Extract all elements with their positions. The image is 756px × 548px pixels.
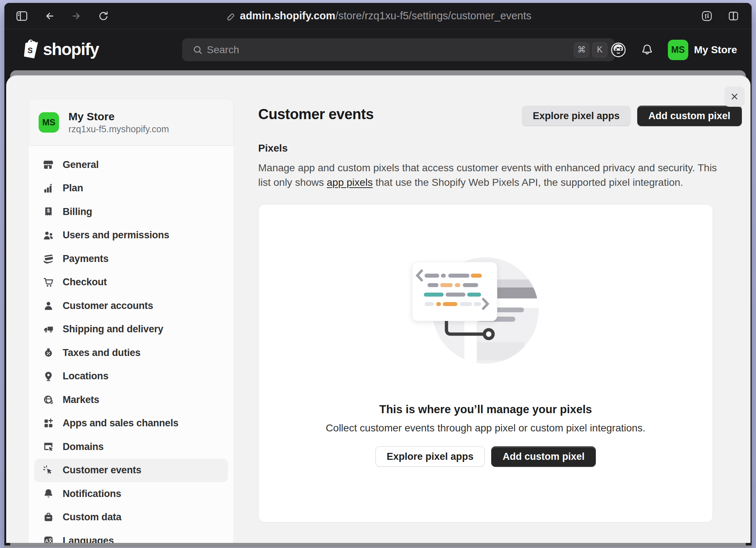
shopify-topbar: S shopify Search ⌘ K MS My Store [4,29,752,70]
settings-nav: General Plan $ Billing Users and [29,146,233,543]
sidebar-item-locations[interactable]: Locations [34,365,228,388]
browser-window: admin.shopify.com/store/rzq1xu-f5/settin… [4,3,752,545]
empty-add-custom-pixel-button[interactable]: Add custom pixel [491,446,596,467]
sidebar-item-customer-events[interactable]: Customer events [34,459,228,482]
sidebar-store-card: MS My Store rzq1xu-f5.myshopify.com [29,99,233,146]
split-view-icon[interactable] [728,10,739,22]
bell-icon [43,488,54,499]
data-icon [43,512,54,523]
sidebar-item-shipping-and-delivery[interactable]: Shipping and delivery [34,318,228,341]
page-title: Customer events [258,106,374,122]
pixels-illustration [391,248,580,387]
pixels-section-title: Pixels [258,142,288,154]
sidebar-item-markets[interactable]: $ Markets [34,388,228,412]
address-bar[interactable]: admin.shopify.com/store/rzq1xu-f5/settin… [225,3,531,29]
apps-icon [43,418,54,429]
sidebar-item-taxes-and-duties[interactable]: Taxes and duties [34,341,228,365]
sidebar-item-notifications[interactable]: Notifications [34,482,228,506]
search-placeholder: Search [207,44,571,56]
empty-state-subtitle: Collect customer events through app pixe… [259,422,713,434]
svg-text:$: $ [47,208,50,214]
back-icon[interactable] [44,10,55,22]
shopify-logo[interactable]: S shopify [20,39,99,60]
notifications-bell-icon[interactable] [640,43,654,57]
desktop: admin.shopify.com/store/rzq1xu-f5/settin… [0,0,756,548]
sidebar-item-label: Markets [63,394,99,406]
sidebar-item-customer-accounts[interactable]: Customer accounts [34,294,228,318]
sidebar-item-label: Apps and sales channels [63,418,178,429]
plan-icon [43,183,54,194]
sidebar-store-name: My Store [68,110,169,123]
sidebar-item-general[interactable]: General [34,153,228,177]
account-store-name: My Store [694,44,737,56]
sidebar-item-label: Taxes and duties [63,347,141,359]
sidebar-toggle-icon[interactable] [15,9,28,23]
cart-icon [43,277,54,288]
sidebar-item-plan[interactable]: Plan [34,177,228,200]
search-icon [192,44,203,55]
sidebar-item-label: Customer accounts [63,300,153,312]
sidebar-item-apps-and-sales-channels[interactable]: Apps and sales channels [34,412,228,435]
shopify-bag-icon: S [20,39,39,60]
globe-icon: $ [43,394,54,405]
window-bottom-edge [4,545,752,548]
kbd-k: K [592,42,607,58]
close-icon [729,91,740,102]
sidebar-item-custom-data[interactable]: Custom data [34,506,228,529]
sidebar-item-label: Checkout [63,277,107,288]
store-avatar: MS [668,40,688,60]
sidebar-item-users-and-permissions[interactable]: Users and permissions [34,224,228,247]
events-icon [43,465,54,476]
sidebar-item-billing[interactable]: $ Billing [34,200,228,224]
reload-icon[interactable] [98,10,109,22]
kbd-cmd: ⌘ [574,42,589,58]
sidebar-item-domains[interactable]: Domains [34,435,228,459]
sidebar-item-label: Notifications [63,488,121,500]
browser-toolbar: admin.shopify.com/store/rzq1xu-f5/settin… [4,3,752,29]
truck-icon [43,324,54,335]
person-icon [43,300,54,311]
assistant-avatar-icon[interactable] [610,42,626,58]
sidebar-item-languages[interactable]: A Languages [34,529,228,543]
pin-icon [43,371,54,382]
app-pixels-link[interactable]: app pixels [327,177,373,188]
sidebar-item-label: Shipping and delivery [63,324,163,335]
settings-modal: MS My Store rzq1xu-f5.myshopify.com Gene… [6,75,751,543]
forward-icon[interactable] [71,10,82,22]
sidebar-item-checkout[interactable]: Checkout [34,271,228,294]
pixels-section-description: Manage app and custom pixels that access… [258,161,721,190]
explore-pixel-apps-button[interactable]: Explore pixel apps [522,106,631,126]
domains-icon [43,441,54,452]
browser-chrome: admin.shopify.com/store/rzq1xu-f5/settin… [4,3,752,70]
page-settings-icon[interactable] [701,10,713,22]
url-text: admin.shopify.com/store/rzq1xu-f5/settin… [240,10,531,22]
svg-text:$: $ [50,400,53,405]
empty-state-title: This is where you’ll manage your pixels [259,403,713,416]
svg-text:A: A [45,538,48,543]
shopify-wordmark: shopify [43,39,99,59]
empty-explore-pixel-apps-button[interactable]: Explore pixel apps [375,446,485,467]
account-menu[interactable]: MS My Store [668,40,737,60]
sidebar-item-label: Users and permissions [63,230,169,241]
translate-icon: A [43,535,54,543]
sidebar-item-payments[interactable]: Payments [34,247,228,271]
sidebar-item-label: Locations [63,371,109,382]
search-input[interactable]: Search ⌘ K [182,38,615,61]
sidebar-item-label: Languages [63,535,114,543]
close-button[interactable] [724,86,745,107]
payments-icon [43,253,54,264]
link-icon [225,11,235,21]
sidebar-item-label: Payments [63,253,109,265]
pixels-empty-card: This is where you’ll manage your pixels … [258,204,713,522]
users-icon [43,230,54,241]
taxes-icon [43,347,54,358]
sidebar-item-label: Custom data [63,512,121,523]
sidebar-item-label: Billing [63,206,92,218]
sidebar-store-avatar: MS [39,112,59,133]
billing-icon: $ [43,206,54,217]
add-custom-pixel-button[interactable]: Add custom pixel [637,106,742,126]
sidebar-item-label: Customer events [63,465,141,476]
sidebar-item-label: General [63,159,99,171]
sidebar-item-label: Plan [63,183,83,194]
sidebar-store-domain: rzq1xu-f5.myshopify.com [68,123,169,135]
